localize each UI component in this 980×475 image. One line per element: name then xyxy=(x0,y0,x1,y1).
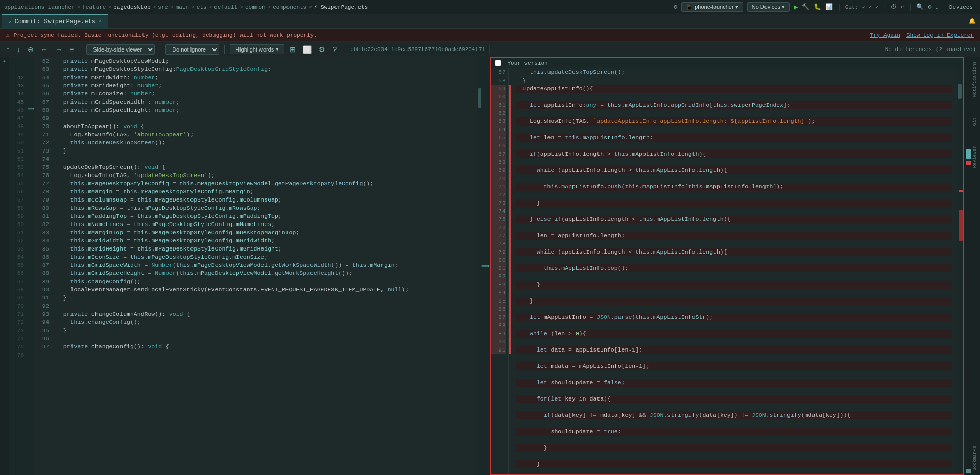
search-icon[interactable]: 🔍 xyxy=(916,3,924,11)
build-icon[interactable]: 🔨 xyxy=(802,3,809,11)
right-sidebar-marker1 xyxy=(966,149,971,159)
your-version-label: Your version xyxy=(508,60,548,66)
no-devices-dropdown[interactable]: No Devices ▾ xyxy=(747,2,790,12)
gear-icon[interactable]: ⚙ xyxy=(674,3,677,11)
columns-button[interactable]: ⊞ xyxy=(288,44,298,55)
split-handle[interactable]: ⟹ xyxy=(482,57,490,475)
sep3 xyxy=(224,45,225,54)
right-code-area: 57 58 59 60 61 62 63 64 65 66 67 68 69 7… xyxy=(491,68,963,474)
run-button[interactable]: ▶ xyxy=(794,3,798,11)
warning-actions: Try Again Show Log in Explorer xyxy=(870,32,974,38)
right-scrollbar[interactable] xyxy=(957,68,963,474)
tab-bar: ↗ Commit: SwiperPage.ets × 🔔 xyxy=(0,14,980,29)
breadcrumb-pagedesktop[interactable]: pagedesktop xyxy=(113,4,151,10)
breadcrumb-src[interactable]: src xyxy=(158,4,168,10)
dropdown-arrow-icon: ▾ xyxy=(276,46,279,53)
warning-message: Project sync failed. Basic functionality… xyxy=(14,32,317,38)
show-log-link[interactable]: Show Log in Explorer xyxy=(906,32,974,38)
prev-diff-button[interactable]: ↑ xyxy=(4,44,12,55)
breadcrumb-default[interactable]: default xyxy=(214,4,237,10)
tab-swiperpage[interactable]: ↗ Commit: SwiperPage.ets × xyxy=(2,14,108,29)
left-line-numbers-inner: 62 63 64 65 66 67 68 69 70 71 72 73 74 7… xyxy=(34,57,52,475)
left-sidebar: ● xyxy=(0,57,9,475)
devices-tab[interactable]: Devices xyxy=(946,4,976,10)
left-editor-panel: 4243 4445 46 47 48 49 50 51 52 53 54 55 … xyxy=(9,57,482,475)
right-sidebar xyxy=(964,57,972,475)
settings-button[interactable]: ⚙ xyxy=(317,44,327,55)
notifications-sidebar: Notifications Git Reviewer Bookmarks xyxy=(972,57,980,475)
sidebar-spacer xyxy=(972,168,980,446)
tab-close-button[interactable]: × xyxy=(99,19,102,24)
settings-icon[interactable]: ⚙ xyxy=(928,3,931,11)
top-bar-right: ⚙ 📱 phone-launcher ▾ No Devices ▾ ▶ 🔨 🐛 … xyxy=(674,2,976,12)
sep2 xyxy=(160,45,160,54)
git-sidebar-label[interactable]: Git xyxy=(972,117,980,126)
breadcrumb-feature[interactable]: feature xyxy=(82,4,106,10)
bookmarks-label[interactable]: Bookmarks xyxy=(972,446,980,471)
breadcrumb-main[interactable]: main xyxy=(176,4,189,10)
diff-toolbar: ↑ ↓ ⊖ ← → ≡ Side-by-side viewer Do not i… xyxy=(0,42,980,57)
right-line-numbers-left: 57 58 59 60 61 62 63 64 65 66 67 68 69 7… xyxy=(491,68,509,474)
highlight-words-button[interactable]: Highlight words ▾ xyxy=(230,44,284,54)
more-icon[interactable]: … xyxy=(936,4,940,11)
viewer-mode-select[interactable]: Side-by-side viewer xyxy=(86,44,155,55)
nav-back-button[interactable]: ← xyxy=(39,44,50,55)
timer-icon[interactable]: ⏱ xyxy=(891,3,897,11)
warning-bar: ⚠ Project sync failed. Basic functionali… xyxy=(0,29,980,42)
right-editor-panel: Your version 57 58 59 60 61 62 63 64 65 … xyxy=(490,57,964,475)
sep3: │ xyxy=(909,4,912,11)
split-handle-icon: ⟹ xyxy=(481,262,490,270)
help-button[interactable]: ? xyxy=(330,44,339,55)
commit-sidebar-icon[interactable]: ● xyxy=(3,59,6,64)
align-button[interactable]: ≡ xyxy=(67,44,76,55)
main-content: ● 4243 4445 46 47 48 49 50 51 52 53 xyxy=(0,57,980,475)
right-code-content[interactable]: this.updateDeskTopScreen(); } updateAppL… xyxy=(512,68,957,474)
profile-icon[interactable]: 📊 xyxy=(825,3,833,11)
breadcrumb-common[interactable]: common xyxy=(245,4,266,10)
breadcrumb-ets[interactable]: ets xyxy=(197,4,207,10)
collapse-button[interactable]: ⊖ xyxy=(26,44,36,55)
breadcrumb-applications-launcher[interactable]: applications_launcher xyxy=(4,4,75,10)
undo-icon[interactable]: ↩ xyxy=(901,3,904,11)
left-code-area: 4243 4445 46 47 48 49 50 51 52 53 54 55 … xyxy=(9,57,482,475)
right-sidebar-marker2 xyxy=(966,161,971,165)
sep xyxy=(81,45,81,54)
warning-icon: ⚠ xyxy=(6,32,10,38)
your-version-checkbox[interactable] xyxy=(495,60,501,66)
commit-hash: ebb1e22c004f1c9ca5897f67710c0ade69204f7f xyxy=(346,45,490,54)
breadcrumb-components[interactable]: components xyxy=(273,4,306,10)
editors-container: 4243 4445 46 47 48 49 50 51 52 53 54 55 … xyxy=(9,57,972,475)
phone-launcher-dropdown[interactable]: 📱 phone-launcher ▾ xyxy=(681,2,743,12)
ignore-select[interactable]: Do not ignore xyxy=(165,44,219,55)
left-gutter: ⟹ xyxy=(27,57,34,475)
layout-button[interactable]: ⬜ xyxy=(301,44,314,55)
left-code-content[interactable]: private mPageDesktopViewModel; private m… xyxy=(52,57,477,475)
reviewer-label[interactable]: Reviewer xyxy=(972,146,980,168)
highlight-words-label: Highlight words xyxy=(235,46,274,53)
debug-icon[interactable]: 🐛 xyxy=(814,3,821,11)
left-line-numbers-outer: 4243 4445 46 47 48 49 50 51 52 53 54 55 … xyxy=(9,57,27,475)
tab-label: Commit: SwiperPage.ets xyxy=(15,18,95,26)
notifications-label: 🔔 xyxy=(969,18,980,24)
right-panel-header: Your version xyxy=(491,58,963,68)
right-sidebar-marker3 xyxy=(966,469,971,473)
sep1: │ xyxy=(837,4,841,11)
breadcrumb-bar: applications_launcher > feature > pagede… xyxy=(0,0,980,14)
git-status: Git: ✓ ✓ ✓ xyxy=(845,4,879,10)
next-diff-button[interactable]: ↓ xyxy=(15,44,22,55)
try-again-link[interactable]: Try Again xyxy=(870,32,900,38)
breadcrumb-swiperpage[interactable]: ⚡ SwiperPage.ets xyxy=(314,4,368,10)
no-differences-label: No differences (2 inactive) xyxy=(885,46,976,53)
notifications-label-vertical[interactable]: Notifications xyxy=(972,61,980,97)
nav-forward-button[interactable]: → xyxy=(53,44,64,55)
commit-icon: ↗ xyxy=(8,18,12,25)
sep2: │ xyxy=(883,4,887,11)
